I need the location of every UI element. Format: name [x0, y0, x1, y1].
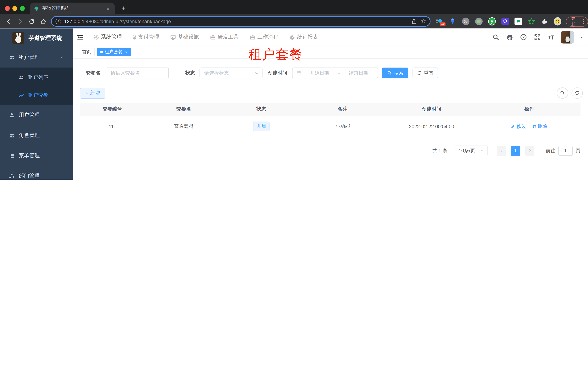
browser-tab[interactable]: 芋道管理系统 ×	[30, 3, 115, 14]
next-page-button[interactable]	[525, 146, 535, 156]
sidebar-item-role-management[interactable]: 角色管理	[0, 125, 73, 146]
ext-command-icon[interactable]: ⌘	[462, 17, 469, 26]
sidebar-collapse-icon[interactable]	[77, 34, 84, 40]
tag-home[interactable]: 首页	[79, 48, 94, 56]
refresh-table-button[interactable]	[572, 87, 583, 99]
sidebar-item-label: 角色管理	[19, 132, 40, 139]
show-search-button[interactable]	[557, 87, 568, 99]
minimize-window-button[interactable]	[12, 6, 17, 11]
page-number-button[interactable]: 1	[511, 146, 520, 156]
nav-item-infrastructure[interactable]: 基础设施	[170, 34, 199, 40]
prev-page-button[interactable]	[497, 146, 506, 156]
back-icon[interactable]	[3, 16, 14, 27]
name-filter-label: 套餐名	[80, 70, 100, 76]
browser-menu-icon[interactable]	[583, 19, 584, 24]
nav-item-reports[interactable]: 统计报表	[290, 34, 318, 40]
forward-icon[interactable]	[15, 16, 25, 27]
goto-page-input[interactable]	[558, 146, 573, 156]
nav-item-label: 支付管理	[138, 34, 159, 40]
delete-link[interactable]: 删除	[532, 123, 547, 130]
search-icon[interactable]	[492, 33, 500, 41]
extensions-puzzle-icon[interactable]	[541, 17, 548, 26]
search-button[interactable]: 搜索	[382, 68, 409, 78]
calendar-icon	[296, 70, 301, 75]
reset-button[interactable]: 重置	[413, 68, 438, 78]
ext-star-icon[interactable]	[528, 17, 535, 26]
table-header-row: 套餐编号 套餐名 状态 备注 创建时间 操作	[80, 103, 580, 116]
delete-label: 删除	[538, 123, 547, 130]
tag-close-icon[interactable]: ×	[125, 50, 128, 54]
ext-diamond-icon[interactable]: 10	[436, 17, 443, 26]
add-label: 新增	[90, 90, 100, 96]
avatar-caret-icon[interactable]	[579, 35, 583, 39]
url-text: 127.0.0.1:48080/admin-ui/system/tenant/p…	[64, 19, 411, 24]
date-range-picker[interactable]: 开始日期 - 结束日期	[292, 68, 378, 78]
nav-item-label: 系统管理	[101, 34, 122, 40]
start-date-input[interactable]: 开始日期	[304, 70, 335, 76]
cell-created-at: 2022-02-22 00:54:00	[385, 116, 478, 137]
reload-icon[interactable]	[26, 16, 37, 27]
chevron-left-icon	[499, 149, 504, 153]
chevron-up-icon	[60, 55, 64, 60]
site-info-icon[interactable]: i	[56, 19, 61, 24]
tag-label: 租户套餐	[105, 49, 123, 55]
page-size-select[interactable]: 10条/页	[454, 145, 487, 156]
bookmark-star-icon[interactable]: ☆	[420, 19, 426, 24]
ext-gem-icon[interactable]	[449, 17, 456, 26]
new-tab-button[interactable]: +	[118, 3, 129, 14]
tag-tenant-package[interactable]: 租户套餐 ×	[97, 48, 131, 56]
ext-y-icon[interactable]: y	[488, 17, 496, 26]
monitor-icon	[170, 34, 176, 40]
nav-item-label: 基础设施	[178, 34, 199, 40]
ext-chat-icon[interactable]	[514, 17, 522, 26]
nav-item-dev-tools[interactable]: 研发工具	[210, 34, 239, 40]
main-area: 系统管理 ¥ 支付管理 基础设施	[73, 28, 588, 180]
nav-item-system[interactable]: 系统管理	[94, 34, 122, 40]
update-label: 更新	[571, 15, 580, 28]
app-header: 系统管理 ¥ 支付管理 基础设施	[73, 28, 588, 46]
window-controls	[5, 6, 25, 11]
address-bar[interactable]: i 127.0.0.1:48080/admin-ui/system/tenant…	[51, 16, 430, 27]
sidebar-item-tenant-list[interactable]: 租户列表	[0, 68, 73, 86]
nav-item-label: 研发工具	[218, 34, 239, 40]
range-separator: -	[337, 70, 341, 76]
sidebar-item-menu-management[interactable]: 菜单管理	[0, 146, 73, 166]
close-window-button[interactable]	[5, 6, 10, 11]
help-icon[interactable]: ?	[519, 33, 528, 41]
add-button[interactable]: + 新增	[80, 88, 105, 98]
sidebar-submenu-tenant: 租户列表 租户套餐	[0, 68, 73, 105]
zoom-window-button[interactable]	[20, 6, 25, 11]
nav-item-payment[interactable]: ¥ 支付管理	[133, 34, 159, 40]
extensions-bar: 10 ⌘ y	[436, 17, 561, 26]
table-row: 111 普通套餐 开启 小功能 2022-02-22 00:54:00	[80, 116, 580, 137]
font-size-icon[interactable]: TT	[547, 33, 556, 41]
package-name-input[interactable]	[106, 68, 169, 78]
home-icon[interactable]	[38, 16, 48, 27]
share-icon[interactable]	[411, 19, 417, 24]
search-icon	[560, 90, 565, 96]
sidebar-item-dept-management[interactable]: 部门管理	[0, 166, 73, 180]
fullscreen-icon[interactable]	[533, 33, 542, 41]
url-path: :48080/admin-ui/system/tenant/package	[84, 19, 171, 24]
tags-view-bar: 首页 租户套餐 ×	[73, 46, 588, 58]
pagination: 共 1 条 10条/页 1	[80, 145, 580, 156]
ext-emoji-icon[interactable]	[554, 17, 561, 26]
ext-record-icon[interactable]	[475, 17, 483, 26]
nav-item-workflow[interactable]: 工作流程	[250, 34, 278, 40]
browser-update-button[interactable]: 更新	[566, 16, 588, 26]
sidebar-item-user-management[interactable]: 用户管理	[0, 105, 73, 125]
tab-close-icon[interactable]: ×	[105, 5, 111, 11]
app-logo[interactable]: 芋道管理系统	[0, 28, 73, 47]
tag-label: 首页	[82, 49, 91, 55]
edit-link[interactable]: 修改	[511, 123, 526, 130]
users-icon	[19, 74, 24, 80]
pencil-icon	[511, 124, 515, 129]
github-icon[interactable]	[505, 33, 514, 41]
sidebar-item-tenant-package[interactable]: 租户套餐	[0, 86, 73, 104]
avatar[interactable]	[561, 31, 574, 43]
ext-shield-icon[interactable]	[502, 17, 509, 26]
end-date-input[interactable]: 结束日期	[343, 70, 374, 76]
cell-package-id: 111	[80, 116, 145, 137]
status-select[interactable]: 请选择状态	[200, 68, 262, 78]
sidebar-item-tenant-management[interactable]: 租户管理	[0, 47, 73, 68]
